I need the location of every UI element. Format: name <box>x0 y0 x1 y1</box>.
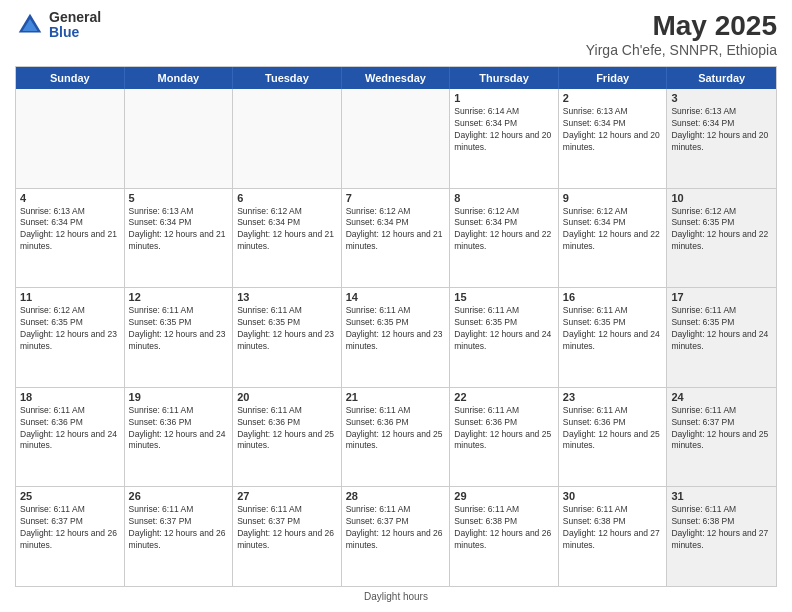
calendar-cell: 28Sunrise: 6:11 AM Sunset: 6:37 PM Dayli… <box>342 487 451 586</box>
calendar-row: 11Sunrise: 6:12 AM Sunset: 6:35 PM Dayli… <box>16 288 776 388</box>
logo-text: General Blue <box>49 10 101 41</box>
cell-info: Sunrise: 6:12 AM Sunset: 6:34 PM Dayligh… <box>563 206 663 254</box>
calendar-cell: 15Sunrise: 6:11 AM Sunset: 6:35 PM Dayli… <box>450 288 559 387</box>
calendar-cell: 5Sunrise: 6:13 AM Sunset: 6:34 PM Daylig… <box>125 189 234 288</box>
calendar-cell: 7Sunrise: 6:12 AM Sunset: 6:34 PM Daylig… <box>342 189 451 288</box>
page: General Blue May 2025 Yirga Ch'efe, SNNP… <box>0 0 792 612</box>
day-number: 22 <box>454 391 554 403</box>
day-number: 23 <box>563 391 663 403</box>
cell-info: Sunrise: 6:11 AM Sunset: 6:35 PM Dayligh… <box>346 305 446 353</box>
day-number: 13 <box>237 291 337 303</box>
day-number: 6 <box>237 192 337 204</box>
day-number: 24 <box>671 391 772 403</box>
cell-info: Sunrise: 6:11 AM Sunset: 6:36 PM Dayligh… <box>563 405 663 453</box>
calendar-header-day: Tuesday <box>233 67 342 89</box>
cell-info: Sunrise: 6:12 AM Sunset: 6:34 PM Dayligh… <box>237 206 337 254</box>
calendar-cell: 24Sunrise: 6:11 AM Sunset: 6:37 PM Dayli… <box>667 388 776 487</box>
day-number: 27 <box>237 490 337 502</box>
calendar-cell <box>125 89 234 188</box>
calendar-cell: 6Sunrise: 6:12 AM Sunset: 6:34 PM Daylig… <box>233 189 342 288</box>
calendar-cell: 20Sunrise: 6:11 AM Sunset: 6:36 PM Dayli… <box>233 388 342 487</box>
calendar-header-day: Saturday <box>667 67 776 89</box>
day-number: 7 <box>346 192 446 204</box>
calendar-cell: 16Sunrise: 6:11 AM Sunset: 6:35 PM Dayli… <box>559 288 668 387</box>
cell-info: Sunrise: 6:11 AM Sunset: 6:37 PM Dayligh… <box>129 504 229 552</box>
calendar-cell: 30Sunrise: 6:11 AM Sunset: 6:38 PM Dayli… <box>559 487 668 586</box>
footer-text: Daylight hours <box>364 591 428 602</box>
cell-info: Sunrise: 6:12 AM Sunset: 6:34 PM Dayligh… <box>454 206 554 254</box>
calendar-cell <box>342 89 451 188</box>
header: General Blue May 2025 Yirga Ch'efe, SNNP… <box>15 10 777 58</box>
cell-info: Sunrise: 6:11 AM Sunset: 6:35 PM Dayligh… <box>129 305 229 353</box>
calendar-cell: 29Sunrise: 6:11 AM Sunset: 6:38 PM Dayli… <box>450 487 559 586</box>
day-number: 3 <box>671 92 772 104</box>
calendar-cell: 27Sunrise: 6:11 AM Sunset: 6:37 PM Dayli… <box>233 487 342 586</box>
day-number: 18 <box>20 391 120 403</box>
day-number: 26 <box>129 490 229 502</box>
calendar-cell: 13Sunrise: 6:11 AM Sunset: 6:35 PM Dayli… <box>233 288 342 387</box>
cell-info: Sunrise: 6:12 AM Sunset: 6:35 PM Dayligh… <box>671 206 772 254</box>
calendar-cell: 1Sunrise: 6:14 AM Sunset: 6:34 PM Daylig… <box>450 89 559 188</box>
calendar-cell: 19Sunrise: 6:11 AM Sunset: 6:36 PM Dayli… <box>125 388 234 487</box>
day-number: 8 <box>454 192 554 204</box>
calendar: SundayMondayTuesdayWednesdayThursdayFrid… <box>15 66 777 587</box>
calendar-cell: 14Sunrise: 6:11 AM Sunset: 6:35 PM Dayli… <box>342 288 451 387</box>
calendar-cell: 22Sunrise: 6:11 AM Sunset: 6:36 PM Dayli… <box>450 388 559 487</box>
cell-info: Sunrise: 6:11 AM Sunset: 6:35 PM Dayligh… <box>671 305 772 353</box>
day-number: 19 <box>129 391 229 403</box>
day-number: 1 <box>454 92 554 104</box>
day-number: 28 <box>346 490 446 502</box>
cell-info: Sunrise: 6:11 AM Sunset: 6:37 PM Dayligh… <box>20 504 120 552</box>
calendar-cell: 10Sunrise: 6:12 AM Sunset: 6:35 PM Dayli… <box>667 189 776 288</box>
calendar-header-day: Friday <box>559 67 668 89</box>
title-block: May 2025 Yirga Ch'efe, SNNPR, Ethiopia <box>586 10 777 58</box>
cell-info: Sunrise: 6:11 AM Sunset: 6:36 PM Dayligh… <box>129 405 229 453</box>
calendar-row: 25Sunrise: 6:11 AM Sunset: 6:37 PM Dayli… <box>16 487 776 586</box>
cell-info: Sunrise: 6:12 AM Sunset: 6:35 PM Dayligh… <box>20 305 120 353</box>
calendar-header-day: Thursday <box>450 67 559 89</box>
calendar-cell: 11Sunrise: 6:12 AM Sunset: 6:35 PM Dayli… <box>16 288 125 387</box>
cell-info: Sunrise: 6:12 AM Sunset: 6:34 PM Dayligh… <box>346 206 446 254</box>
day-number: 5 <box>129 192 229 204</box>
calendar-cell: 12Sunrise: 6:11 AM Sunset: 6:35 PM Dayli… <box>125 288 234 387</box>
calendar-cell: 8Sunrise: 6:12 AM Sunset: 6:34 PM Daylig… <box>450 189 559 288</box>
day-number: 21 <box>346 391 446 403</box>
calendar-cell <box>233 89 342 188</box>
day-number: 31 <box>671 490 772 502</box>
cell-info: Sunrise: 6:11 AM Sunset: 6:36 PM Dayligh… <box>237 405 337 453</box>
calendar-cell: 21Sunrise: 6:11 AM Sunset: 6:36 PM Dayli… <box>342 388 451 487</box>
cell-info: Sunrise: 6:11 AM Sunset: 6:36 PM Dayligh… <box>346 405 446 453</box>
calendar-body: 1Sunrise: 6:14 AM Sunset: 6:34 PM Daylig… <box>16 89 776 586</box>
day-number: 16 <box>563 291 663 303</box>
calendar-cell: 25Sunrise: 6:11 AM Sunset: 6:37 PM Dayli… <box>16 487 125 586</box>
cell-info: Sunrise: 6:11 AM Sunset: 6:37 PM Dayligh… <box>237 504 337 552</box>
calendar-cell: 9Sunrise: 6:12 AM Sunset: 6:34 PM Daylig… <box>559 189 668 288</box>
calendar-cell: 2Sunrise: 6:13 AM Sunset: 6:34 PM Daylig… <box>559 89 668 188</box>
cell-info: Sunrise: 6:11 AM Sunset: 6:35 PM Dayligh… <box>563 305 663 353</box>
day-number: 9 <box>563 192 663 204</box>
cell-info: Sunrise: 6:11 AM Sunset: 6:35 PM Dayligh… <box>237 305 337 353</box>
day-number: 2 <box>563 92 663 104</box>
calendar-cell: 31Sunrise: 6:11 AM Sunset: 6:38 PM Dayli… <box>667 487 776 586</box>
day-number: 4 <box>20 192 120 204</box>
calendar-cell: 4Sunrise: 6:13 AM Sunset: 6:34 PM Daylig… <box>16 189 125 288</box>
logo: General Blue <box>15 10 101 41</box>
day-number: 29 <box>454 490 554 502</box>
day-number: 14 <box>346 291 446 303</box>
calendar-cell: 26Sunrise: 6:11 AM Sunset: 6:37 PM Dayli… <box>125 487 234 586</box>
cell-info: Sunrise: 6:11 AM Sunset: 6:37 PM Dayligh… <box>671 405 772 453</box>
calendar-cell: 23Sunrise: 6:11 AM Sunset: 6:36 PM Dayli… <box>559 388 668 487</box>
cell-info: Sunrise: 6:13 AM Sunset: 6:34 PM Dayligh… <box>563 106 663 154</box>
footer: Daylight hours <box>15 591 777 602</box>
cell-info: Sunrise: 6:11 AM Sunset: 6:36 PM Dayligh… <box>454 405 554 453</box>
cell-info: Sunrise: 6:13 AM Sunset: 6:34 PM Dayligh… <box>129 206 229 254</box>
cell-info: Sunrise: 6:11 AM Sunset: 6:38 PM Dayligh… <box>454 504 554 552</box>
calendar-cell: 17Sunrise: 6:11 AM Sunset: 6:35 PM Dayli… <box>667 288 776 387</box>
calendar-header-day: Monday <box>125 67 234 89</box>
cell-info: Sunrise: 6:11 AM Sunset: 6:38 PM Dayligh… <box>563 504 663 552</box>
calendar-header: SundayMondayTuesdayWednesdayThursdayFrid… <box>16 67 776 89</box>
day-number: 20 <box>237 391 337 403</box>
cell-info: Sunrise: 6:11 AM Sunset: 6:37 PM Dayligh… <box>346 504 446 552</box>
logo-general-text: General <box>49 10 101 25</box>
day-number: 17 <box>671 291 772 303</box>
